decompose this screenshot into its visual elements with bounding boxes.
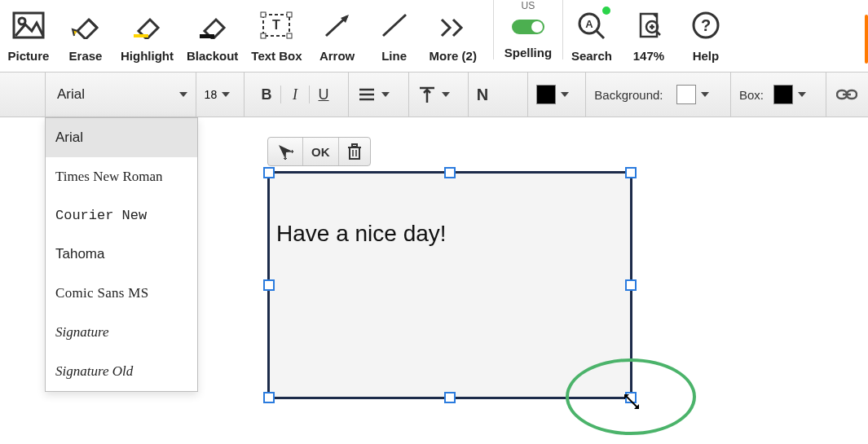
zoom-button[interactable]: 147% — [620, 0, 677, 63]
font-size-dropdown[interactable]: 18 — [196, 73, 245, 116]
spelling-button[interactable]: US Spelling — [493, 0, 563, 59]
resize-handle-br[interactable] — [625, 392, 637, 403]
picture-label: Picture — [8, 49, 50, 63]
chevron-down-icon — [381, 92, 390, 97]
font-family-dropdown[interactable]: Arial — [45, 73, 196, 116]
textbox-tool-button[interactable]: T Text Box — [245, 0, 308, 63]
resize-handle-tr[interactable] — [625, 167, 637, 178]
ok-button[interactable]: OK — [303, 138, 339, 165]
svg-rect-2 — [134, 34, 148, 37]
move-cursor-icon — [276, 143, 294, 160]
help-button[interactable]: ? Help — [677, 0, 734, 63]
text-box-content[interactable]: Have a nice day! — [276, 221, 447, 247]
search-button[interactable]: A Search — [563, 0, 620, 63]
blackout-icon — [195, 8, 231, 42]
svg-rect-6 — [261, 12, 266, 17]
search-label: Search — [571, 49, 612, 63]
link-icon — [836, 87, 857, 102]
text-box[interactable]: Have a nice day! — [267, 171, 632, 399]
resize-handle-mr[interactable] — [625, 279, 637, 291]
chevron-down-icon — [798, 92, 806, 97]
highlight-label: Highlight — [121, 49, 174, 63]
svg-rect-9 — [287, 33, 292, 38]
font-option[interactable]: Signature Old — [46, 352, 197, 391]
selection-mini-toolbar: OK — [267, 137, 371, 166]
background-color-swatch — [676, 85, 696, 104]
delete-button[interactable] — [339, 138, 370, 165]
font-option[interactable]: Signature — [46, 313, 197, 352]
link-button[interactable] — [826, 73, 869, 116]
bold-button[interactable]: B — [253, 83, 280, 107]
font-family-menu: ArialTimes New RomanCourier NewTahomaCom… — [45, 117, 198, 392]
background-color-dropdown[interactable]: Background: — [586, 73, 731, 116]
svg-text:T: T — [273, 18, 281, 32]
arrow-tool-button[interactable]: Arrow — [309, 0, 366, 63]
spelling-label: Spelling — [504, 46, 552, 59]
erase-icon — [68, 8, 104, 42]
resize-handle-tm[interactable] — [444, 167, 456, 178]
chevron-down-icon — [561, 92, 569, 97]
zoom-label: 147% — [633, 49, 664, 63]
chevron-down-icon — [222, 92, 230, 97]
svg-line-13 — [597, 31, 604, 38]
line-label: Line — [381, 49, 407, 63]
status-dot-icon — [602, 7, 610, 15]
background-label: Background: — [594, 88, 663, 102]
font-option[interactable]: Comic Sans MS — [46, 274, 197, 313]
direction-button[interactable]: N — [469, 73, 528, 116]
erase-tool-button[interactable]: Erase — [57, 0, 114, 63]
more-icon — [435, 8, 471, 42]
textbox-label: Text Box — [251, 49, 302, 63]
main-toolbar: Picture Erase Highlight Blackout T Text … — [0, 0, 868, 72]
font-family-value: Arial — [57, 86, 174, 103]
underline-button[interactable]: U — [310, 83, 337, 107]
svg-text:A: A — [585, 18, 593, 30]
help-icon: ? — [688, 8, 724, 42]
font-size-value: 18 — [205, 88, 218, 101]
horizontal-align-dropdown[interactable] — [349, 73, 408, 116]
svg-rect-33 — [352, 144, 357, 147]
spelling-lang: US — [500, 0, 556, 11]
font-option[interactable]: Arial — [46, 118, 197, 157]
more-tools-button[interactable]: More (2) — [423, 0, 483, 63]
resize-handle-bl[interactable] — [263, 392, 275, 403]
resize-handle-tl[interactable] — [263, 167, 275, 178]
align-justify-icon — [357, 85, 377, 104]
box-color-dropdown[interactable]: Box: — [731, 73, 826, 116]
line-tool-button[interactable]: Line — [366, 0, 423, 63]
box-color-swatch — [773, 85, 793, 104]
align-top-icon — [417, 85, 437, 104]
svg-rect-8 — [261, 33, 266, 38]
resize-handle-ml[interactable] — [263, 279, 275, 291]
svg-rect-31 — [350, 147, 359, 159]
picture-tool-button[interactable]: Picture — [0, 0, 57, 63]
line-icon — [377, 8, 412, 42]
canvas-area[interactable]: ArialTimes New RomanCourier NewTahomaCom… — [0, 117, 868, 444]
font-option[interactable]: Courier New — [46, 196, 197, 235]
text-color-swatch — [536, 85, 556, 104]
font-option[interactable]: Times New Roman — [46, 157, 197, 196]
blackout-tool-button[interactable]: Blackout — [180, 0, 245, 63]
trash-icon — [347, 143, 362, 160]
picture-icon — [11, 8, 46, 42]
resize-handle-bm[interactable] — [444, 392, 456, 403]
svg-text:?: ? — [701, 16, 711, 34]
chevron-down-icon — [701, 92, 709, 97]
blackout-label: Blackout — [187, 49, 238, 63]
arrow-icon — [319, 8, 355, 42]
svg-point-1 — [19, 18, 25, 24]
move-handle-button[interactable] — [268, 138, 303, 165]
vertical-align-dropdown[interactable] — [409, 73, 469, 116]
italic-button[interactable]: I — [281, 83, 309, 107]
font-option[interactable]: Tahoma — [46, 235, 197, 274]
highlight-icon — [129, 8, 165, 42]
highlight-tool-button[interactable]: Highlight — [114, 0, 180, 63]
text-color-dropdown[interactable] — [528, 73, 586, 116]
ok-label: OK — [311, 145, 330, 159]
spelling-toggle[interactable] — [512, 20, 544, 34]
textbox-icon: T — [258, 8, 294, 42]
svg-rect-3 — [200, 34, 214, 38]
help-label: Help — [693, 49, 720, 63]
svg-line-11 — [383, 15, 406, 36]
svg-rect-7 — [287, 12, 292, 17]
